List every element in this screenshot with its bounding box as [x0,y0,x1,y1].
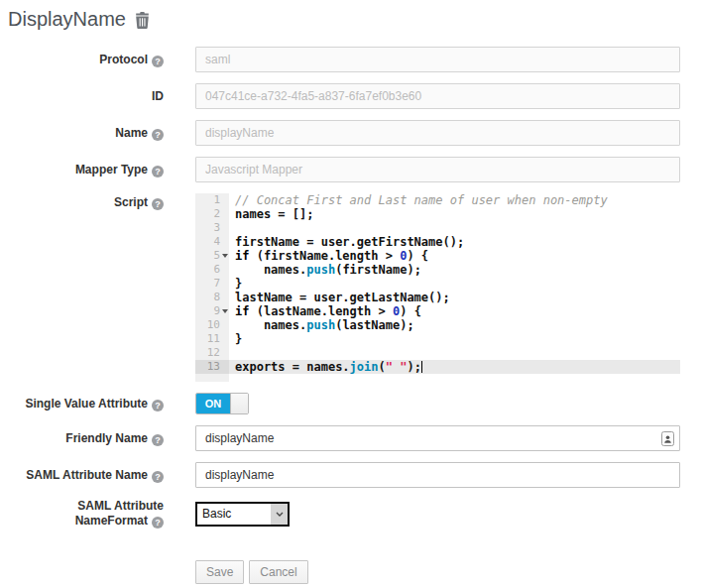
field-row-saml-attribute-name: SAML Attribute Name [8,462,703,488]
toggle-handle[interactable] [230,394,248,413]
code-fold-icon[interactable] [222,309,228,313]
gutter-line-12: 12 [195,346,229,360]
field-row-protocol: Protocol [8,47,703,72]
gutter-line-9: 9 [195,304,229,318]
script-label: Script [8,193,191,210]
field-row-name: Name [8,120,703,146]
field-row-friendly-name: Friendly Name [8,425,703,451]
page-header: DisplayName [8,8,703,31]
autofill-contact-icon[interactable] [661,431,674,450]
field-row-mapper-type: Mapper Type [8,157,703,182]
code-line-6[interactable]: names.push(firstName); [235,263,680,277]
mapper-type-input [195,157,680,182]
code-line-1[interactable]: // Concat First and Last name of user wh… [235,193,680,207]
code-line-9[interactable]: if (lastName.length > 0) { [235,304,680,318]
protocol-label-text: Protocol [99,53,148,66]
friendly-name-label: Friendly Name [8,431,191,446]
help-icon[interactable] [152,129,164,141]
help-icon[interactable] [152,56,164,67]
form-actions: Save Cancel [195,560,703,584]
help-icon[interactable] [152,400,164,412]
field-row-nameformat: SAML Attribute NameFormat Basic [8,499,703,529]
help-icon[interactable] [152,434,164,446]
id-input [195,83,680,109]
field-row-single-value: Single Value Attribute ON [8,393,703,414]
gutter-line-11: 11 [195,332,229,346]
gutter-line-4: 4 [195,235,229,249]
code-line-11[interactable]: } [235,332,680,346]
field-row-script: Script 12345678910111213 // Concat First… [8,193,703,382]
code-line-8[interactable]: lastName = user.getLastName(); [235,291,680,304]
nameformat-selected-value: Basic [197,504,271,525]
mapper-type-label: Mapper Type [8,163,191,177]
friendly-name-input[interactable] [195,425,680,451]
code-line-7[interactable]: } [235,277,680,291]
id-label-text: ID [152,89,164,103]
code-line-4[interactable]: firstName = user.getFirstName(); [235,235,680,249]
code-line-13[interactable]: exports = names.join(" "); [229,360,680,374]
field-row-id: ID [8,83,703,109]
gutter-line-13: 13 [195,360,229,374]
gutter-line-8: 8 [195,291,229,304]
code-line-5[interactable]: if (firstName.length > 0) { [235,249,680,263]
nameformat-label-text: SAML Attribute NameFormat [75,499,164,528]
id-label: ID [8,89,191,104]
code-line-12[interactable] [235,346,680,360]
help-icon[interactable] [152,198,164,210]
mapper-edit-page: DisplayName Protocol ID Name Mapper Type… [0,0,703,584]
protocol-label: Protocol [8,53,191,67]
script-label-text: Script [114,195,148,209]
gutter-line-7: 7 [195,277,229,291]
toggle-on-label: ON [196,394,230,413]
save-button[interactable]: Save [195,560,244,584]
gutter-line-1: 1 [195,193,229,207]
single-value-toggle[interactable]: ON [195,393,249,414]
gutter-line-3: 3 [195,221,229,235]
gutter-line-6: 6 [195,263,229,277]
code-fold-icon[interactable] [222,254,228,258]
chevron-down-icon [271,504,288,525]
cancel-button[interactable]: Cancel [249,560,307,584]
nameformat-label: SAML Attribute NameFormat [8,499,191,529]
saml-attribute-name-label-text: SAML Attribute Name [26,468,148,482]
saml-attribute-name-input[interactable] [195,462,680,488]
script-gutter: 12345678910111213 [195,193,229,382]
script-code-editor[interactable]: 12345678910111213 // Concat First and La… [195,193,680,382]
code-line-10[interactable]: names.push(lastName); [235,318,680,332]
code-line-2[interactable]: names = []; [235,207,680,221]
trash-icon[interactable] [135,12,150,29]
gutter-line-5: 5 [195,249,229,263]
single-value-label: Single Value Attribute [8,397,191,412]
mapper-type-label-text: Mapper Type [75,163,148,176]
name-label-text: Name [115,126,148,140]
gutter-line-2: 2 [195,207,229,221]
single-value-label-text: Single Value Attribute [25,397,148,411]
help-icon[interactable] [152,166,164,177]
saml-attribute-name-label: SAML Attribute Name [8,468,191,483]
name-label: Name [8,126,191,141]
help-icon[interactable] [152,471,164,483]
code-line-3[interactable] [235,221,680,235]
help-icon[interactable] [152,517,164,529]
page-title: DisplayName [8,8,126,31]
protocol-input [195,47,680,72]
name-input [195,120,680,146]
script-code-area[interactable]: // Concat First and Last name of user wh… [229,193,680,382]
gutter-partial-row [195,374,229,382]
gutter-line-10: 10 [195,318,229,332]
text-cursor [421,361,422,373]
nameformat-select[interactable]: Basic [195,502,290,527]
friendly-name-label-text: Friendly Name [65,431,148,445]
